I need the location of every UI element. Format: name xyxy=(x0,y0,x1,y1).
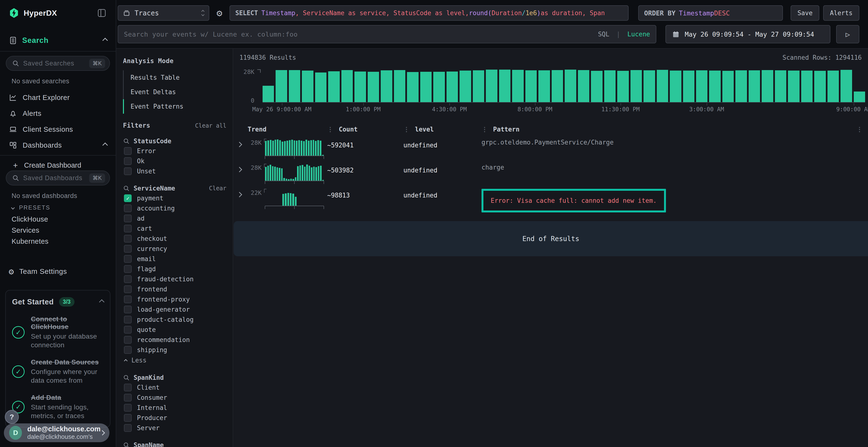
histogram-bar[interactable] xyxy=(302,71,313,102)
sidebar-item-search[interactable]: Search xyxy=(0,35,116,46)
sidebar-item-client-sessions[interactable]: Client Sessions xyxy=(0,122,116,137)
histogram-bar[interactable] xyxy=(735,70,747,102)
histogram-bar[interactable] xyxy=(591,71,602,102)
filter-checkbox-checkout[interactable]: checkout xyxy=(123,234,226,244)
event-search-input[interactable]: Search your events w/ Lucene ex. column:… xyxy=(118,25,656,43)
histogram-bar[interactable] xyxy=(854,92,865,102)
filter-checkbox-unset[interactable]: Unset xyxy=(123,166,226,176)
filter-checkbox-accounting[interactable]: accounting xyxy=(123,203,226,213)
histogram-bar[interactable] xyxy=(446,72,458,102)
histogram-bar[interactable] xyxy=(394,70,405,102)
filter-checkbox-ok[interactable]: Ok xyxy=(123,156,226,166)
checkbox[interactable] xyxy=(124,235,132,243)
checkbox[interactable] xyxy=(124,245,132,253)
checkbox[interactable] xyxy=(124,346,132,354)
histogram-bar[interactable] xyxy=(683,71,694,102)
filter-checkbox-product-catalog[interactable]: product-catalog xyxy=(123,314,226,325)
histogram-bar[interactable] xyxy=(722,71,734,102)
histogram-bar[interactable] xyxy=(565,70,576,102)
create-dashboard-button[interactable]: + Create Dashboard xyxy=(0,160,116,171)
preset-services[interactable]: Services xyxy=(11,227,116,234)
drag-handle-icon[interactable]: ⋮ xyxy=(327,126,334,133)
histogram-bar[interactable] xyxy=(696,70,707,102)
filter-checkbox-error[interactable]: Error xyxy=(123,146,226,156)
histogram-bar[interactable] xyxy=(801,71,812,102)
histogram-bar[interactable] xyxy=(407,72,418,102)
run-query-button[interactable]: ▷ xyxy=(836,25,859,43)
drag-handle-icon[interactable]: ⋮ xyxy=(403,126,410,133)
highlighted-pattern[interactable]: Error: Visa cache full: cannot add new i… xyxy=(482,189,666,212)
histogram-bar[interactable] xyxy=(749,70,760,102)
lucene-mode-button[interactable]: Lucene xyxy=(627,31,650,38)
alerts-button[interactable]: Alerts xyxy=(823,5,859,21)
results-histogram[interactable]: 28K 0 May 26 9:00:00 AM1:00:00 PM4:30:00… xyxy=(240,68,865,114)
filter-checkbox-payment[interactable]: ✓payment xyxy=(123,193,226,203)
checkbox[interactable] xyxy=(124,306,132,313)
filter-checkbox-client[interactable]: Client xyxy=(123,382,226,392)
histogram-bar[interactable] xyxy=(552,70,563,102)
histogram-bar[interactable] xyxy=(368,72,379,102)
collapse-sidebar-icon[interactable] xyxy=(96,8,107,18)
checkbox[interactable] xyxy=(124,265,132,273)
checkbox[interactable] xyxy=(124,336,132,344)
clear-all-filters-button[interactable]: Clear all xyxy=(195,122,226,129)
chevron-up-icon[interactable] xyxy=(102,38,108,43)
drag-handle-icon[interactable]: ⋮ xyxy=(482,126,488,133)
histogram-bar[interactable] xyxy=(289,70,300,102)
sidebar-item-chart-explorer[interactable]: Chart Explorer xyxy=(0,90,116,105)
filter-checkbox-ad[interactable]: ad xyxy=(123,213,226,224)
checkbox[interactable] xyxy=(124,285,132,293)
histogram-bar[interactable] xyxy=(630,70,642,102)
analysis-mode-option[interactable]: Event Patterns xyxy=(123,99,227,114)
filter-checkbox-email[interactable]: email xyxy=(123,254,226,264)
expand-row-button[interactable] xyxy=(238,168,248,172)
table-row[interactable]: 28K~592041undefinedgrpc.oteldemo.Payment… xyxy=(234,135,868,161)
filter-checkbox-producer[interactable]: Producer xyxy=(123,413,226,423)
checkbox[interactable] xyxy=(124,225,132,232)
analysis-mode-option[interactable]: Event Deltas xyxy=(123,85,227,99)
histogram-bar[interactable] xyxy=(657,70,668,102)
get-started-step[interactable]: ✓ Connect to ClickHouse Set up your data… xyxy=(12,315,104,350)
histogram-bar[interactable] xyxy=(538,70,550,102)
histogram-bar[interactable] xyxy=(644,70,655,102)
histogram-bar[interactable] xyxy=(709,71,720,102)
checkbox[interactable] xyxy=(124,424,132,432)
expand-row-button[interactable] xyxy=(238,143,248,147)
filter-checkbox-consumer[interactable]: Consumer xyxy=(123,392,226,403)
histogram-bar[interactable] xyxy=(328,71,340,102)
source-settings-button[interactable]: ⚙ xyxy=(209,7,229,19)
histogram-bar[interactable] xyxy=(840,70,852,102)
sql-mode-button[interactable]: SQL xyxy=(598,31,609,38)
source-select[interactable]: Traces xyxy=(118,5,209,21)
filter-checkbox-recommendation[interactable]: recommendation xyxy=(123,335,226,345)
histogram-bar[interactable] xyxy=(460,71,471,102)
filter-checkbox-load-generator[interactable]: load-generator xyxy=(123,304,226,314)
histogram-bar[interactable] xyxy=(315,72,327,102)
save-button[interactable]: Save xyxy=(790,5,819,21)
filter-checkbox-flagd[interactable]: flagd xyxy=(123,264,226,274)
histogram-bar[interactable] xyxy=(276,70,287,102)
presets-toggle[interactable]: PRESETS xyxy=(11,204,116,211)
chevron-up-icon[interactable] xyxy=(102,143,108,148)
checkbox[interactable] xyxy=(124,157,132,165)
checkbox[interactable] xyxy=(124,147,132,155)
checkbox[interactable] xyxy=(124,204,132,212)
histogram-bar[interactable] xyxy=(775,70,786,102)
filter-checkbox-cart[interactable]: cart xyxy=(123,224,226,234)
analysis-mode-option[interactable]: Results Table xyxy=(123,70,227,85)
histogram-bar[interactable] xyxy=(262,86,274,102)
time-range-picker[interactable]: May 26 09:09:54 - May 27 09:09:54 xyxy=(665,25,830,43)
histogram-bar[interactable] xyxy=(420,72,432,102)
sql-orderby-editor[interactable]: ORDER BYTimestamp DESC xyxy=(638,5,783,21)
table-options-button[interactable]: ⋮ xyxy=(857,126,868,133)
sql-select-editor[interactable]: SELECTTimestamp, ServiceName as service,… xyxy=(229,5,628,21)
histogram-bar[interactable] xyxy=(341,70,353,102)
sidebar-item-dashboards[interactable]: Dashboards xyxy=(0,138,116,153)
filter-checkbox-quote[interactable]: quote xyxy=(123,325,226,335)
checkbox[interactable] xyxy=(124,404,132,412)
checkbox[interactable] xyxy=(124,167,132,175)
column-header-level[interactable]: ⋮level xyxy=(403,126,482,133)
checkbox[interactable] xyxy=(124,255,132,263)
histogram-bar[interactable] xyxy=(762,70,773,102)
histogram-bar[interactable] xyxy=(578,70,589,102)
